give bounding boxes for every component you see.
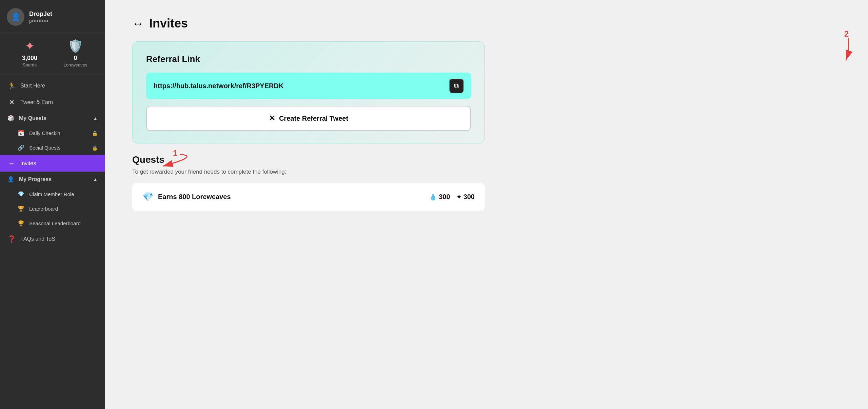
loreweaves-label: Loreweaves bbox=[63, 62, 87, 67]
loreweaves-icon: 🛡️ bbox=[68, 39, 83, 53]
sidebar-nav: 🏃 Start Here ✕ Tweet & Earn 🎲 My Quests … bbox=[0, 74, 105, 409]
referral-link-box: https://hub.talus.network/ref/R3PYERDK ⧉ bbox=[146, 73, 471, 99]
chevron-up-icon: ▲ bbox=[93, 116, 98, 121]
sidebar-item-faqs-tos[interactable]: ❓ FAQs and ToS bbox=[0, 231, 105, 248]
faqs-tos-label: FAQs and ToS bbox=[20, 236, 55, 242]
username: DropJet bbox=[29, 11, 52, 18]
share-icon: 🔗 bbox=[18, 144, 24, 151]
progress-icon: 👤 bbox=[7, 176, 14, 182]
calendar-icon: 📅 bbox=[18, 130, 24, 136]
referral-link-title: Referral Link bbox=[146, 54, 471, 64]
shard-reward-amount: 300 bbox=[463, 193, 475, 201]
leaderboard-label: Leaderboard bbox=[29, 206, 58, 212]
sidebar-item-tweet-earn[interactable]: ✕ Tweet & Earn bbox=[0, 94, 105, 111]
annotation-2: 2 bbox=[824, 30, 858, 72]
sidebar-item-claim-member-role[interactable]: 💎 Claim Member Role bbox=[0, 187, 105, 201]
x-icon: ✕ bbox=[7, 99, 16, 106]
x-tweet-icon: ✕ bbox=[269, 114, 275, 123]
reward-loreweave: 💧 300 bbox=[429, 193, 450, 201]
chevron-up-icon-2: ▲ bbox=[93, 177, 98, 182]
my-quests-left: 🎲 My Quests bbox=[7, 115, 46, 121]
page-title-icon: ↔ bbox=[132, 17, 144, 30]
faq-icon: ❓ bbox=[7, 235, 16, 243]
avatar: 👤 bbox=[7, 8, 24, 26]
lock-icon-2: 🔒 bbox=[92, 145, 98, 151]
referral-link-card: Referral Link https://hub.talus.network/… bbox=[132, 41, 485, 143]
create-tweet-label: Create Referral Tweet bbox=[279, 115, 348, 122]
loreweaves-count: 0 bbox=[74, 55, 77, 62]
shards-icon: ✦ bbox=[25, 39, 35, 53]
lock-icon: 🔒 bbox=[92, 131, 98, 136]
sidebar-item-start-here[interactable]: 🏃 Start Here bbox=[0, 77, 105, 94]
referral-link-text: https://hub.talus.network/ref/R3PYERDK bbox=[154, 82, 449, 90]
sidebar-section-my-progress[interactable]: 👤 My Progress ▲ bbox=[0, 172, 105, 187]
start-here-label: Start Here bbox=[20, 83, 45, 89]
social-quests-label: Social Quests bbox=[29, 145, 61, 151]
trophy-icon: 🏆 bbox=[18, 206, 24, 212]
handle: p•••••••••• bbox=[29, 18, 52, 24]
tweet-earn-label: Tweet & Earn bbox=[20, 99, 53, 105]
run-icon: 🏃 bbox=[7, 82, 16, 90]
page-title: Invites bbox=[149, 16, 188, 31]
trophy2-icon: 🏆 bbox=[18, 220, 24, 227]
my-quests-label: My Quests bbox=[19, 115, 46, 121]
profile-info: DropJet p•••••••••• bbox=[29, 11, 52, 24]
sidebar-tokens: ✦ 3,000 Shards 🛡️ 0 Loreweaves bbox=[0, 33, 105, 74]
create-referral-tweet-button[interactable]: ✕ Create Referral Tweet bbox=[146, 106, 471, 131]
quest-item-icon: 💎 bbox=[142, 192, 153, 202]
my-progress-label: My Progress bbox=[19, 176, 52, 182]
quests-icon: 🎲 bbox=[7, 115, 14, 121]
daily-checkin-label: Daily Checkin bbox=[29, 130, 60, 136]
shards-count: 3,000 bbox=[22, 55, 37, 62]
sidebar-item-social-quests[interactable]: 🔗 Social Quests 🔒 bbox=[0, 140, 105, 155]
quest-item-name: Earns 800 Loreweaves bbox=[158, 193, 425, 201]
quest-item-earns-loreweaves: 💎 Earns 800 Loreweaves 💧 300 ✦ 300 bbox=[132, 183, 485, 211]
main-content: ↔ Invites Referral Link https://hub.talu… bbox=[105, 0, 868, 409]
sidebar-item-daily-checkin[interactable]: 📅 Daily Checkin 🔒 bbox=[0, 126, 105, 140]
page-title-row: ↔ Invites bbox=[132, 16, 485, 31]
sidebar: 👤 DropJet p•••••••••• ✦ 3,000 Shards 🛡️ … bbox=[0, 0, 105, 409]
quests-title: Quests bbox=[132, 154, 485, 165]
invites-label: Invites bbox=[20, 160, 36, 167]
quests-subtitle: To get rewarded your friend needs to com… bbox=[132, 169, 485, 175]
shards-label: Shards bbox=[23, 62, 37, 67]
sidebar-section-my-quests[interactable]: 🎲 My Quests ▲ bbox=[0, 111, 105, 126]
my-progress-left: 👤 My Progress bbox=[7, 176, 52, 182]
sidebar-profile: 👤 DropJet p•••••••••• bbox=[0, 0, 105, 33]
gem-icon: 💎 bbox=[18, 191, 24, 197]
quests-section: Quests To get rewarded your friend needs… bbox=[132, 154, 485, 211]
loreweave-reward-amount: 300 bbox=[439, 193, 450, 201]
svg-text:2: 2 bbox=[844, 29, 849, 38]
shard-reward-icon: ✦ bbox=[456, 193, 461, 201]
sidebar-item-seasonal-leaderboard[interactable]: 🏆 Seasonal Leaderboard bbox=[0, 216, 105, 231]
copy-button[interactable]: ⧉ bbox=[449, 79, 463, 93]
reward-shard: ✦ 300 bbox=[456, 193, 475, 201]
token-loreweaves: 🛡️ 0 Loreweaves bbox=[53, 39, 98, 67]
quest-rewards: 💧 300 ✦ 300 bbox=[429, 193, 475, 201]
seasonal-leaderboard-label: Seasonal Leaderboard bbox=[29, 220, 81, 226]
main-inner: ↔ Invites Referral Link https://hub.talu… bbox=[105, 0, 512, 227]
loreweave-reward-icon: 💧 bbox=[429, 193, 437, 201]
claim-member-role-label: Claim Member Role bbox=[29, 191, 74, 197]
invites-icon: ↔ bbox=[7, 159, 16, 167]
copy-icon: ⧉ bbox=[454, 82, 459, 90]
sidebar-item-leaderboard[interactable]: 🏆 Leaderboard bbox=[0, 201, 105, 216]
token-shards: ✦ 3,000 Shards bbox=[7, 39, 53, 67]
sidebar-item-invites[interactable]: ↔ Invites bbox=[0, 155, 105, 172]
